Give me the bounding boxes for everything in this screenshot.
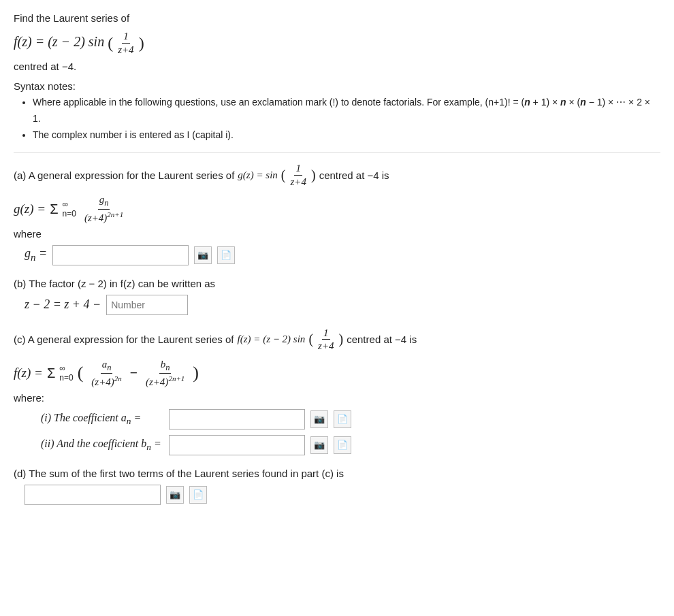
coeff-an-label: (i) The coefficient an = bbox=[41, 412, 163, 427]
centred-at-label: centred at −4. bbox=[14, 61, 660, 72]
part-d: (d) The sum of the first two terms of th… bbox=[14, 468, 660, 505]
part-a-label-text: (a) A general expression for the Laurent… bbox=[14, 169, 234, 181]
fz-sum-symbol: Σ bbox=[47, 366, 55, 381]
syntax-notes: Syntax notes: Where applicable in the fo… bbox=[14, 80, 660, 143]
coeff-an-icon2[interactable]: 📄 bbox=[334, 410, 351, 428]
part-a: (a) A general expression for the Laurent… bbox=[14, 163, 660, 265]
main-func-text: f(z) = (z − 2) sin ( 1 z+4 ) bbox=[14, 34, 144, 49]
part-a-where: where bbox=[14, 228, 660, 240]
coeff-an-row: (i) The coefficient an = 📷 📄 bbox=[41, 409, 660, 429]
gn-icon1[interactable]: 📷 bbox=[194, 246, 212, 264]
fz-minus: − bbox=[130, 366, 138, 380]
coeff-bn-icon2[interactable]: 📄 bbox=[334, 436, 351, 454]
part-a-frac-num: 1 bbox=[294, 163, 302, 176]
sum-limits: ∞n=0 bbox=[63, 199, 76, 218]
syntax-note-2: The complex number i is entered as I (ca… bbox=[33, 127, 660, 144]
part-b-label: (b) The factor (z − 2) in f(z) can be wr… bbox=[14, 278, 660, 289]
divider-1 bbox=[14, 152, 660, 153]
part-d-input-row: 📷 📄 bbox=[25, 485, 660, 505]
part-d-label: (d) The sum of the first two terms of th… bbox=[14, 468, 660, 479]
main-function: f(z) = (z − 2) sin ( 1 z+4 ) bbox=[14, 31, 660, 55]
sum-symbol: Σ bbox=[50, 201, 58, 217]
part-a-centred: centred at −4 is bbox=[319, 169, 389, 181]
part-d-icon2[interactable]: 📄 bbox=[189, 486, 207, 504]
coeff-an-input[interactable] bbox=[169, 409, 305, 429]
main-frac-num: 1 bbox=[122, 31, 130, 44]
gz-frac-num: gn bbox=[98, 194, 110, 210]
fz-sum-limits: ∞n=0 bbox=[59, 363, 73, 383]
gn-input[interactable] bbox=[52, 245, 189, 265]
intro-text: Find the Laurent series of bbox=[14, 12, 129, 24]
gn-label: gn = bbox=[25, 246, 47, 263]
part-a-label: (a) A general expression for the Laurent… bbox=[14, 163, 660, 187]
syntax-notes-title: Syntax notes: bbox=[14, 80, 660, 92]
syntax-note-1: Where applicable in the following questi… bbox=[33, 95, 660, 127]
coeff-an-icon1[interactable]: 📷 bbox=[310, 410, 328, 428]
coeff-an-section: (i) The coefficient an = 📷 📄 (ii) And th… bbox=[41, 409, 660, 455]
part-c-label-text: (c) A general expression for the Laurent… bbox=[14, 334, 234, 345]
part-c-func: f(z) = (z − 2) sin bbox=[238, 334, 306, 345]
part-c-label: (c) A general expression for the Laurent… bbox=[14, 327, 660, 352]
part-c-frac-num: 1 bbox=[322, 327, 330, 340]
part-a-formula: g(z) = Σ ∞n=0 gn (z+4)2n+1 bbox=[14, 194, 660, 223]
fz-label: f(z) = bbox=[14, 366, 43, 380]
coeff-bn-row: (ii) And the coefficient bn = 📷 📄 bbox=[41, 435, 660, 455]
part-a-input-row: gn = 📷 📄 bbox=[25, 245, 660, 265]
centred-at-text: centred at −4. bbox=[14, 61, 76, 72]
part-c-formula: f(z) = Σ ∞n=0 ( an (z+4)2n − bn (z+4)2n+… bbox=[14, 359, 660, 388]
gz-frac-den: (z+4)2n+1 bbox=[83, 210, 125, 224]
part-a-frac-den: z+4 bbox=[289, 176, 308, 188]
part-d-input[interactable] bbox=[25, 485, 161, 505]
fz-frac2-num: bn bbox=[159, 359, 172, 374]
part-b: (b) The factor (z − 2) in f(z) can be wr… bbox=[14, 278, 660, 315]
main-frac-den: z+4 bbox=[116, 44, 135, 56]
coeff-bn-icon1[interactable]: 📷 bbox=[310, 436, 328, 454]
fz-frac1-num: an bbox=[101, 359, 113, 374]
part-b-input[interactable] bbox=[106, 295, 188, 315]
part-c: (c) A general expression for the Laurent… bbox=[14, 327, 660, 455]
part-c-centred: centred at −4 is bbox=[347, 334, 417, 345]
coeff-bn-label: (ii) And the coefficient bn = bbox=[41, 438, 163, 453]
gz-label: g(z) = bbox=[14, 201, 46, 216]
part-d-icon1[interactable]: 📷 bbox=[166, 486, 184, 504]
fz-frac2-den: (z+4)2n+1 bbox=[144, 374, 186, 388]
part-b-formula-text: z − 2 = z + 4 − bbox=[25, 297, 101, 312]
part-c-frac-den: z+4 bbox=[317, 340, 335, 352]
problem-intro: Find the Laurent series of bbox=[14, 12, 660, 24]
part-a-gfunc: g(z) = sin bbox=[238, 169, 277, 181]
part-b-input-row: z − 2 = z + 4 − bbox=[25, 295, 660, 315]
fz-frac1-den: (z+4)2n bbox=[90, 374, 123, 388]
coeff-bn-input[interactable] bbox=[169, 435, 305, 455]
gn-icon2[interactable]: 📄 bbox=[217, 246, 235, 264]
part-c-where: where: bbox=[14, 392, 660, 404]
